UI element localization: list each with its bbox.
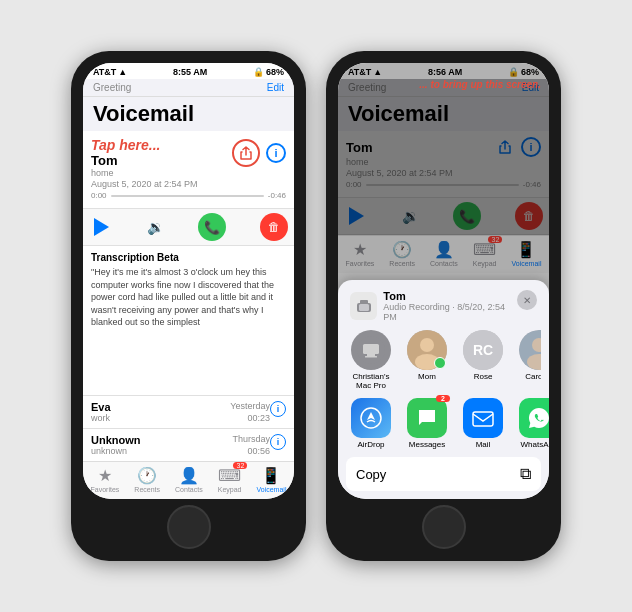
copy-row[interactable]: Copy ⧉: [346, 457, 541, 491]
green-dot-mom: [434, 357, 446, 369]
transcription-1: Transcription Beta "Hey it's me it's alm…: [83, 246, 294, 395]
mail-icon: [463, 398, 503, 438]
home-button-2[interactable]: [422, 505, 466, 549]
play-button-1[interactable]: [89, 215, 113, 239]
tab-voicemail-label: Voicemail: [257, 486, 287, 493]
avatar-mac-pro: [351, 330, 391, 370]
ovm-info-unknown[interactable]: i: [270, 434, 286, 450]
ovm-info-eva[interactable]: i: [270, 401, 286, 417]
nav-greeting-1: Greeting: [93, 82, 131, 93]
sheet-title-row: Tom Audio Recording · 8/5/20, 2:54 PM: [350, 290, 517, 322]
app-airdrop[interactable]: AirDrop: [346, 398, 396, 449]
contact-rose[interactable]: RC Rose: [458, 330, 508, 390]
delete-button-1[interactable]: 🗑: [260, 213, 288, 241]
contact-name-mom: Mom: [418, 372, 436, 381]
phone-2: AT&T ▲ 8:56 AM 🔒 68% ... to bring up thi…: [326, 51, 561, 561]
contacts-row: Christian's Mac Pro: [346, 330, 541, 390]
apps-row: AirDrop 2 Messages: [346, 398, 541, 449]
tab-voicemail-1[interactable]: 📱 Voicemail: [257, 466, 287, 493]
trans-text-1: "Hey it's me it's almost 3 o'clock um he…: [91, 266, 286, 329]
app-whatsapp[interactable]: WhatsApp: [514, 398, 549, 449]
vm-name-1: Tom: [91, 153, 165, 168]
ovm-date-unknown: Thursday: [232, 434, 270, 444]
nav-edit-1[interactable]: Edit: [267, 82, 284, 93]
messages-icon: 2: [407, 398, 447, 438]
svg-rect-5: [367, 354, 375, 356]
time-1: 8:55 AM: [173, 67, 207, 77]
share-icon-1[interactable]: [232, 139, 260, 167]
status-bar-1: AT&T ▲ 8:55 AM 🔒 68%: [83, 63, 294, 79]
carrier-1: AT&T: [93, 67, 116, 77]
other-vm-unknown[interactable]: Unknown unknown Thursday 00:56 i: [83, 428, 294, 461]
sheet-title: Tom: [383, 290, 517, 302]
ovm-date-eva: Yesterday: [230, 401, 270, 411]
star-icon: ★: [98, 466, 112, 485]
sheet-close-button[interactable]: ✕: [517, 290, 537, 310]
status-left-1: AT&T ▲: [93, 67, 127, 77]
ovm-sub-eva: work: [91, 413, 230, 423]
lock-icon-1: 🔒: [253, 67, 264, 77]
contact-name-rose: Rose: [474, 372, 493, 381]
whatsapp-icon: [519, 398, 549, 438]
contact-name-mac: Christian's Mac Pro: [346, 372, 396, 390]
ovm-name-eva: Eva: [91, 401, 230, 413]
app-name-messages: Messages: [409, 440, 445, 449]
app-name-mail: Mail: [476, 440, 491, 449]
app-messages[interactable]: 2 Messages: [402, 398, 452, 449]
voicemail-main-1: Tap here... Tom i home August 5,: [83, 131, 294, 209]
tab-favorites-1[interactable]: ★ Favorites: [91, 466, 120, 493]
contact-name-carolyn: Carolyn: [525, 372, 541, 381]
ovm-dur-eva: 00:23: [247, 413, 270, 423]
tab-keypad-label: Keypad: [218, 486, 242, 493]
airdrop-icon: [351, 398, 391, 438]
vm-sub-1: home: [91, 168, 286, 178]
time-start-1: 0:00: [91, 191, 107, 200]
call-button-1[interactable]: 📞: [198, 213, 226, 241]
contact-mac-pro[interactable]: Christian's Mac Pro: [346, 330, 396, 390]
avatar-mom: [407, 330, 447, 370]
phone-1-screen: AT&T ▲ 8:55 AM 🔒 68% Greeting Edit Voice…: [83, 63, 294, 499]
ovm-sub-unknown: unknown: [91, 446, 232, 456]
svg-rect-16: [473, 412, 493, 426]
ovm-dur-unknown: 00:56: [247, 446, 270, 456]
speaker-icon-1[interactable]: 🔉: [147, 219, 164, 235]
svg-rect-6: [365, 356, 377, 358]
sheet-app-icon: [350, 292, 377, 320]
share-sheet: Tom Audio Recording · 8/5/20, 2:54 PM ✕: [338, 280, 549, 499]
svg-rect-2: [359, 304, 369, 311]
app-name-whatsapp: WhatsApp: [521, 440, 549, 449]
svg-text:RC: RC: [473, 342, 493, 358]
info-icon-1[interactable]: i: [266, 143, 286, 163]
tab-recents-1[interactable]: 🕐 Recents: [134, 466, 160, 493]
play-triangle-1: [94, 218, 109, 236]
vm-date-1: August 5, 2020 at 2:54 PM: [91, 179, 286, 189]
app-mail[interactable]: Mail: [458, 398, 508, 449]
controls-row-1: 🔉 📞 🗑: [83, 209, 294, 246]
phone-1: AT&T ▲ 8:55 AM 🔒 68% Greeting Edit Voice…: [71, 51, 306, 561]
contact-carolyn[interactable]: Carolyn: [514, 330, 541, 390]
tab-bar-1: ★ Favorites 🕐 Recents 👤 Contacts ⌨ Keypa…: [83, 461, 294, 499]
progress-row-1: 0:00 -0:46: [91, 189, 286, 202]
tab-contacts-1[interactable]: 👤 Contacts: [175, 466, 203, 493]
battery-1: 68%: [266, 67, 284, 77]
tab-recents-label: Recents: [134, 486, 160, 493]
phone-wrapper: AT&T ▲ 8:55 AM 🔒 68% Greeting Edit Voice…: [61, 41, 571, 571]
home-button-1[interactable]: [167, 505, 211, 549]
avatar-rose: RC: [463, 330, 503, 370]
sheet-header: Tom Audio Recording · 8/5/20, 2:54 PM ✕: [346, 290, 541, 322]
tab-contacts-label: Contacts: [175, 486, 203, 493]
keypad-badge: 32: [233, 462, 247, 469]
trash-icon-1: 🗑: [268, 220, 280, 234]
vm-icons-1: i: [232, 139, 286, 167]
voicemail-icon: 📱: [261, 466, 281, 485]
nav-bar-1: Greeting Edit: [83, 79, 294, 97]
contacts-icon: 👤: [179, 466, 199, 485]
contact-mom[interactable]: Mom: [402, 330, 452, 390]
app-name-airdrop: AirDrop: [357, 440, 384, 449]
sheet-subtitle: Audio Recording · 8/5/20, 2:54 PM: [383, 302, 517, 322]
other-vm-eva[interactable]: Eva work Yesterday 00:23 i: [83, 395, 294, 428]
svg-rect-4: [363, 344, 379, 354]
tab-keypad-1[interactable]: ⌨ Keypad 32: [218, 466, 242, 493]
progress-bar-bg-1: [111, 195, 264, 197]
status-right-1: 🔒 68%: [253, 67, 284, 77]
